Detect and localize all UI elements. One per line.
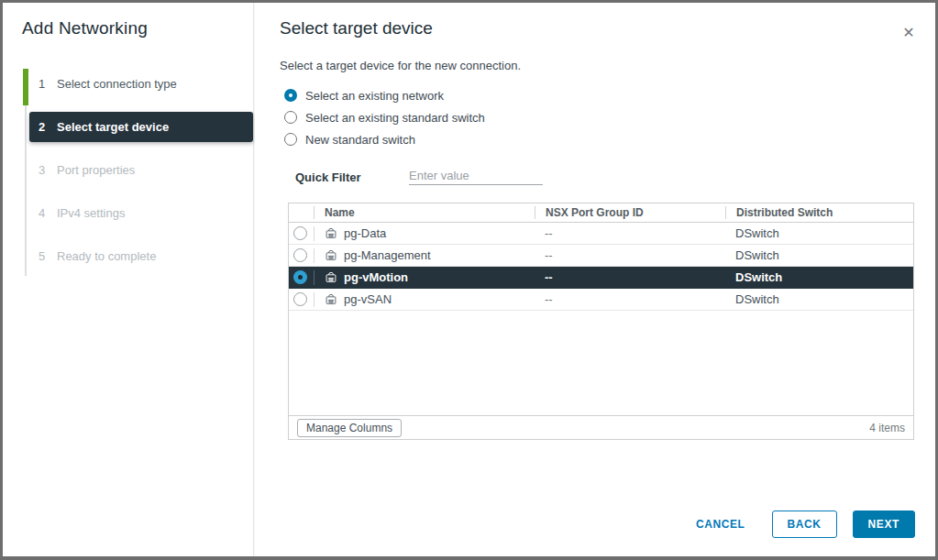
add-networking-wizard-dialog: Add Networking 1 Select connection type … <box>0 0 938 560</box>
step-number: 3 <box>39 163 53 177</box>
network-name: pg-Management <box>344 248 431 262</box>
back-button[interactable]: BACK <box>772 511 837 538</box>
port-group-icon <box>325 271 337 284</box>
step-ready-to-complete: 5 Ready to complete <box>22 241 253 271</box>
distributed-switch: DSwitch <box>725 226 913 240</box>
radio-label: New standard switch <box>305 133 415 147</box>
nsx-port-group-id: -- <box>535 292 725 306</box>
step-number: 4 <box>39 206 53 220</box>
manage-columns-button[interactable]: Manage Columns <box>297 419 402 437</box>
nsx-port-group-id: -- <box>535 248 725 262</box>
step-ipv4-settings: 4 IPv4 settings <box>22 198 253 228</box>
nsx-port-group-id: -- <box>535 270 725 284</box>
step-select-connection-type[interactable]: 1 Select connection type <box>22 69 253 99</box>
network-name: pg-vSAN <box>344 292 392 306</box>
table-footer: Manage Columns 4 items <box>289 415 913 439</box>
step-number: 5 <box>39 249 53 263</box>
distributed-switch: DSwitch <box>725 292 913 306</box>
wizard-content-panel: Select target device ✕ Select a target d… <box>255 3 935 556</box>
radio-existing-standard-switch[interactable]: Select an existing standard switch <box>284 110 485 125</box>
table-row-pg-vmotion[interactable]: pg-vMotion -- DSwitch <box>289 267 913 289</box>
header-radio-column <box>289 206 314 219</box>
cancel-button[interactable]: CANCEL <box>690 511 751 538</box>
step-number: 2 <box>39 120 53 134</box>
row-radio[interactable] <box>293 248 307 262</box>
header-nsx-port-group-id[interactable]: NSX Port Group ID <box>535 206 725 219</box>
table-row-pg-vsan[interactable]: pg-vSAN -- DSwitch <box>289 289 913 311</box>
wizard-actions: CANCEL BACK NEXT <box>690 511 915 538</box>
distributed-switch: DSwitch <box>725 248 913 262</box>
target-device-radio-group: Select an existing network Select an exi… <box>284 88 485 154</box>
wizard-title: Add Networking <box>22 18 148 38</box>
step-label: Select connection type <box>57 77 177 91</box>
row-radio-selected[interactable] <box>293 270 307 284</box>
port-group-icon <box>325 293 337 306</box>
header-distributed-switch[interactable]: Distributed Switch <box>725 206 913 219</box>
port-group-icon <box>325 227 337 240</box>
networks-table: Name NSX Port Group ID Distributed Switc… <box>288 203 914 440</box>
distributed-switch: DSwitch <box>725 270 913 284</box>
radio-selected-icon <box>284 89 297 102</box>
quick-filter-label: Quick Filter <box>295 170 361 184</box>
radio-unselected-icon <box>284 133 297 146</box>
close-icon[interactable]: ✕ <box>900 25 917 41</box>
page-description: Select a target device for the new conne… <box>280 59 521 72</box>
radio-new-standard-switch[interactable]: New standard switch <box>284 132 485 147</box>
items-count: 4 items <box>869 422 905 434</box>
quick-filter-input[interactable] <box>409 166 543 185</box>
step-number: 1 <box>39 77 53 91</box>
row-radio[interactable] <box>293 226 307 240</box>
step-label: IPv4 settings <box>57 206 125 220</box>
steps-list: 1 Select connection type 2 Select target… <box>22 69 253 284</box>
port-group-icon <box>325 249 337 262</box>
step-port-properties: 3 Port properties <box>22 155 253 185</box>
network-name: pg-vMotion <box>344 270 408 284</box>
network-name: pg-Data <box>344 226 386 240</box>
wizard-steps-panel: Add Networking 1 Select connection type … <box>3 3 254 556</box>
table-row-pg-data[interactable]: pg-Data -- DSwitch <box>289 223 913 245</box>
radio-label: Select an existing network <box>305 89 444 103</box>
step-label: Select target device <box>57 120 169 134</box>
header-name[interactable]: Name <box>314 206 535 219</box>
radio-existing-network[interactable]: Select an existing network <box>284 88 485 103</box>
step-label: Port properties <box>57 163 135 177</box>
table-empty-area <box>289 311 913 415</box>
nsx-port-group-id: -- <box>535 226 725 240</box>
next-button[interactable]: NEXT <box>853 511 915 538</box>
radio-unselected-icon <box>284 111 297 124</box>
row-radio[interactable] <box>293 292 307 306</box>
step-label: Ready to complete <box>57 249 156 263</box>
radio-label: Select an existing standard switch <box>305 111 485 125</box>
page-title: Select target device <box>280 18 433 38</box>
step-select-target-device[interactable]: 2 Select target device <box>29 112 253 142</box>
table-row-pg-management[interactable]: pg-Management -- DSwitch <box>289 245 913 267</box>
table-header-row: Name NSX Port Group ID Distributed Switc… <box>289 203 913 223</box>
